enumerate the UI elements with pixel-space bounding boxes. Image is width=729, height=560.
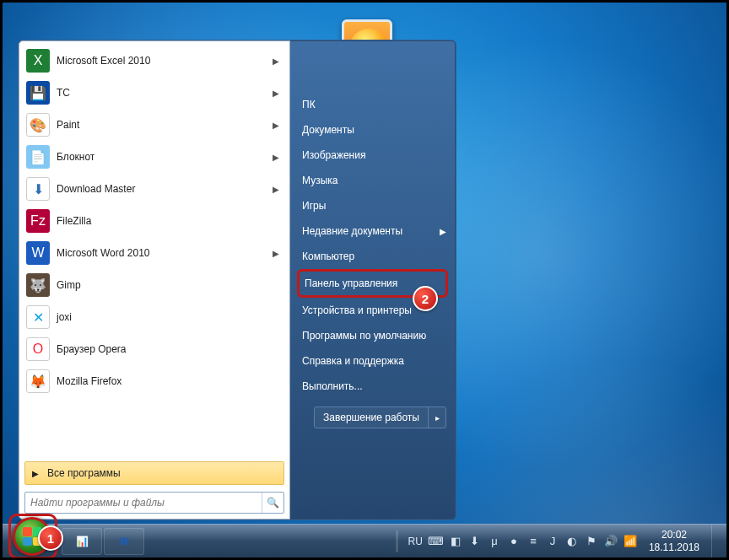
shutdown-row: Завершение работы ▸ (299, 406, 446, 429)
start-right-panel: ПКДокументыИзображенияМузыкаИгрыНедавние… (290, 40, 456, 520)
tray-icon[interactable]: 🔊 (604, 535, 618, 548)
tray-divider (396, 530, 398, 552)
program-icon: 📄 (26, 145, 50, 169)
callout-badge-2: 2 (413, 286, 438, 311)
clock-date: 18.11.2018 (649, 541, 699, 553)
right-menu-item[interactable]: Документы (290, 117, 455, 143)
clock[interactable]: 20:02 18.11.2018 (649, 529, 699, 553)
right-menu-label: Игры (302, 200, 326, 212)
program-label: joxi (57, 311, 283, 323)
right-menu-label: Недавние документы (302, 225, 402, 237)
right-menu-item[interactable]: Программы по умолчанию (290, 323, 455, 348)
right-menu-item[interactable]: Музыка (290, 168, 455, 193)
right-menu-item[interactable]: ПК (290, 92, 455, 117)
right-menu-label: Справка и поддержка (302, 355, 404, 367)
right-menu-label: Устройства и принтеры (302, 304, 412, 316)
program-item[interactable]: 💾TC▶ (21, 77, 288, 109)
program-label: Mozilla Firefox (57, 375, 283, 387)
program-icon: ✕ (26, 305, 50, 329)
tray-icon[interactable]: μ (488, 535, 501, 548)
right-menu-label: ПК (302, 99, 316, 110)
flyout-arrow-icon: ▶ (273, 57, 279, 66)
tray-icon[interactable]: ⌨ (429, 535, 443, 548)
program-icon: W (26, 241, 50, 265)
all-programs-button[interactable]: ▶ Все программы (24, 461, 284, 485)
system-tray: RU ⌨◧⬇μ●≡J◐⚑🔊📶 20:02 18.11.2018 (392, 525, 726, 557)
search-icon[interactable]: 🔍 (262, 493, 284, 513)
program-item[interactable]: ✕joxi (21, 301, 288, 333)
tray-icons: ⌨◧⬇μ●≡J◐⚑🔊📶 (429, 535, 637, 548)
tray-icon[interactable]: J (546, 535, 559, 548)
program-icon: ⬇ (26, 177, 50, 201)
right-menu-item[interactable]: Игры (290, 193, 455, 218)
right-menu-label: Панель управления (305, 277, 397, 289)
callout-badge-1: 1 (38, 525, 63, 551)
show-desktop-button[interactable] (711, 525, 721, 558)
program-icon: O (26, 337, 50, 361)
start-left-panel: XMicrosoft Excel 2010▶💾TC▶🎨Paint▶📄Блокно… (19, 40, 290, 520)
right-menu-item[interactable]: Недавние документы▶ (290, 218, 455, 244)
program-item[interactable]: 🐺Gimp (21, 269, 288, 301)
right-menu-item[interactable]: Справка и поддержка (290, 348, 455, 374)
all-programs-label: Все программы (47, 467, 121, 479)
arrow-right-icon: ▶ (32, 469, 39, 478)
flyout-arrow-icon: ▶ (273, 121, 279, 130)
clock-time: 20:02 (649, 529, 699, 541)
flyout-arrow-icon: ▶ (273, 153, 279, 162)
program-icon: 🎨 (26, 113, 50, 137)
program-label: Блокнот (57, 151, 273, 163)
tray-icon[interactable]: ⚑ (585, 535, 598, 548)
taskbar-app-taskmanager[interactable]: 📊 (62, 528, 102, 555)
taskbar: 📊 W RU ⌨◧⬇μ●≡J◐⚑🔊📶 20:02 18.11.2018 (3, 524, 726, 557)
shutdown-button[interactable]: Завершение работы ▸ (314, 407, 446, 428)
shutdown-options-arrow[interactable]: ▸ (429, 413, 446, 423)
program-icon: Fz (26, 209, 50, 233)
program-item[interactable]: OБраузер Opera (21, 333, 288, 365)
program-label: Microsoft Word 2010 (57, 247, 273, 259)
program-item[interactable]: WMicrosoft Word 2010▶ (21, 237, 288, 269)
search-input[interactable] (25, 493, 262, 513)
program-item[interactable]: 📄Блокнот▶ (21, 141, 288, 173)
taskbar-pinned-apps: 📊 W (62, 528, 144, 555)
search-box[interactable]: 🔍 (24, 492, 284, 514)
tray-icon[interactable]: ≡ (526, 535, 540, 548)
flyout-arrow-icon: ▶ (440, 227, 446, 236)
flyout-arrow-icon: ▶ (273, 185, 279, 194)
avatar-spacer (290, 41, 455, 92)
tray-icon[interactable]: 📶 (624, 535, 637, 548)
right-menu-list: ПКДокументыИзображенияМузыкаИгрыНедавние… (290, 92, 455, 399)
program-label: TC (57, 87, 273, 99)
right-menu-item[interactable]: Компьютер (290, 244, 455, 269)
program-label: Download Master (57, 183, 273, 195)
right-menu-label: Изображения (302, 149, 365, 161)
program-label: Gimp (57, 279, 283, 291)
program-item[interactable]: ⬇Download Master▶ (21, 173, 288, 205)
tray-icon[interactable]: ● (507, 535, 521, 548)
tray-icon[interactable]: ⬇ (468, 535, 482, 548)
program-item[interactable]: 🦊Mozilla Firefox (21, 365, 288, 397)
right-menu-label: Программы по умолчанию (302, 330, 426, 342)
tray-icon[interactable]: ◐ (565, 535, 579, 548)
program-label: FileZilla (57, 215, 283, 227)
right-menu-label: Компьютер (302, 250, 354, 262)
start-menu: XMicrosoft Excel 2010▶💾TC▶🎨Paint▶📄Блокно… (18, 40, 456, 520)
program-label: Paint (57, 119, 273, 131)
right-menu-item[interactable]: Выполнить... (290, 374, 455, 399)
right-menu-item[interactable]: Изображения (290, 143, 455, 168)
program-item[interactable]: FzFileZilla (21, 205, 288, 237)
program-icon: 🦊 (26, 369, 50, 393)
tray-icon[interactable]: ◧ (449, 535, 462, 548)
taskbar-app-word[interactable]: W (104, 528, 144, 555)
program-item[interactable]: XMicrosoft Excel 2010▶ (21, 45, 288, 77)
program-label: Microsoft Excel 2010 (57, 55, 273, 67)
flyout-arrow-icon: ▶ (273, 249, 279, 258)
program-item[interactable]: 🎨Paint▶ (21, 109, 288, 141)
shutdown-label[interactable]: Завершение работы (315, 407, 429, 428)
program-label: Браузер Opera (57, 343, 283, 355)
language-indicator[interactable]: RU (408, 536, 423, 547)
program-icon: 💾 (26, 81, 50, 105)
program-list: XMicrosoft Excel 2010▶💾TC▶🎨Paint▶📄Блокно… (19, 41, 289, 460)
flyout-arrow-icon: ▶ (273, 89, 279, 98)
right-menu-label: Выполнить... (302, 380, 363, 392)
right-menu-label: Документы (302, 124, 354, 136)
